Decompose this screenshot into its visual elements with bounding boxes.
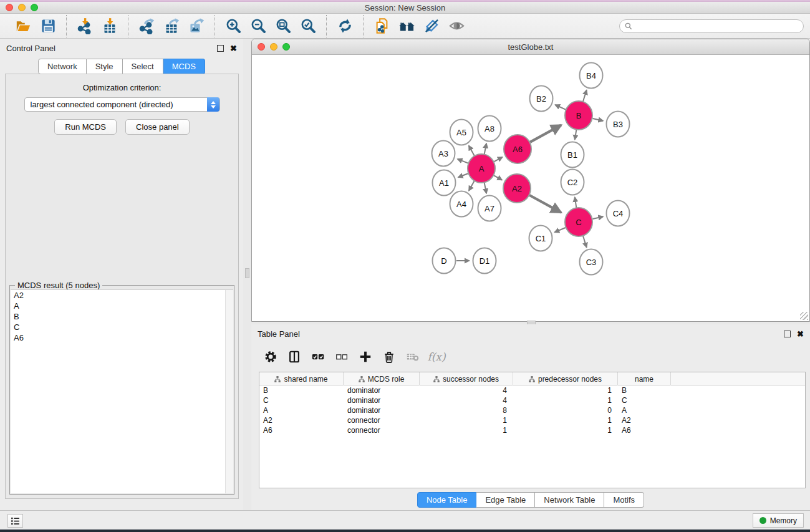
node-A8[interactable]: A8 [478, 116, 501, 142]
edge-A-A1[interactable] [458, 173, 468, 177]
node-B1[interactable]: B1 [561, 142, 584, 168]
node-A7[interactable]: A7 [478, 196, 501, 221]
node-A4[interactable]: A4 [450, 191, 473, 217]
scrollbar-track[interactable] [225, 290, 233, 493]
edge-C-C4[interactable] [593, 216, 604, 219]
column-header-shared-name[interactable]: shared name [259, 372, 344, 385]
node-B[interactable]: B [565, 101, 592, 130]
network-window-titlebar[interactable]: testGlobe.txt [252, 39, 809, 55]
mcds-result-item[interactable]: A6 [11, 332, 233, 343]
edge-C-C2[interactable] [575, 197, 577, 208]
tab-network[interactable]: Network [38, 59, 87, 74]
node-D[interactable]: D [433, 248, 456, 274]
node-D1[interactable]: D1 [473, 248, 496, 274]
edge-B-B4[interactable] [583, 90, 587, 102]
run-mcds-button[interactable]: Run MCDS [54, 119, 117, 135]
node-C4[interactable]: C4 [607, 201, 630, 226]
close-table-panel-icon[interactable]: ✖ [797, 331, 804, 337]
close-panel-icon[interactable]: ✖ [230, 45, 237, 52]
export-image-button[interactable] [184, 16, 209, 37]
export-network-button[interactable] [134, 16, 159, 37]
edge-A2-C[interactable] [529, 195, 561, 213]
edge-A-A4[interactable] [469, 181, 475, 191]
column-header-MCDS-role[interactable]: MCDS role [344, 372, 420, 385]
node-B2[interactable]: B2 [530, 86, 553, 112]
tab-select[interactable]: Select [123, 59, 163, 74]
node-B4[interactable]: B4 [580, 63, 603, 89]
mcds-result-item[interactable]: C [11, 322, 233, 332]
table-row[interactable]: A6connector11A6 [259, 425, 805, 435]
edge-A-A2[interactable] [494, 175, 502, 180]
node-C3[interactable]: C3 [580, 249, 603, 275]
column-header-successor-nodes[interactable]: successor nodes [420, 372, 513, 385]
tab-style[interactable]: Style [87, 59, 123, 74]
edge-A-A5[interactable] [469, 145, 475, 156]
node-C1[interactable]: C1 [529, 226, 552, 251]
save-session-button[interactable] [36, 16, 60, 37]
table-row[interactable]: A2connector11A2 [259, 415, 805, 425]
open-session-button[interactable] [11, 16, 36, 37]
add-column-button[interactable] [355, 346, 376, 367]
optimization-criterion-dropdown[interactable]: largest connected component (directed) [24, 97, 220, 112]
mcds-result-item[interactable]: B [11, 311, 233, 322]
node-B3[interactable]: B3 [607, 112, 630, 137]
edge-A-A8[interactable] [485, 143, 487, 155]
edge-A6-B[interactable] [530, 125, 561, 142]
zoom-out-button[interactable] [246, 16, 271, 37]
node-A2[interactable]: A2 [503, 174, 531, 203]
node-A5[interactable]: A5 [450, 120, 473, 145]
select-all-button[interactable] [307, 346, 329, 367]
network-document-button[interactable] [369, 16, 394, 37]
mcds-result-item[interactable]: A [11, 301, 233, 311]
network-canvas[interactable]: B4 B2 B B3 B1 A5 A8 A6 A3 A A1 A2 C2 [253, 55, 809, 321]
mcds-result-item[interactable]: A2 [11, 290, 233, 301]
task-history-button[interactable] [7, 514, 23, 528]
edge-B-B2[interactable] [555, 105, 566, 110]
node-A3[interactable]: A3 [432, 141, 455, 167]
import-network-button[interactable] [72, 16, 97, 37]
tab-motifs[interactable]: Motifs [604, 492, 644, 508]
float-table-panel-icon[interactable] [784, 331, 791, 337]
eye-button[interactable] [444, 16, 469, 37]
zoom-fit-button[interactable] [271, 16, 296, 37]
vertical-splitter[interactable] [243, 39, 251, 510]
column-header-name[interactable]: name [618, 372, 671, 385]
hide-annotations-button[interactable] [419, 16, 444, 37]
tab-network-table[interactable]: Network Table [535, 492, 604, 508]
node-A[interactable]: A [468, 154, 495, 183]
edge-A-A3[interactable] [458, 159, 468, 163]
table-row[interactable]: Cdominator41C [259, 395, 805, 405]
gear-button[interactable] [260, 346, 281, 367]
home-pair-button[interactable] [394, 16, 419, 37]
tab-edge-table[interactable]: Edge Table [476, 492, 535, 508]
node-A1[interactable]: A1 [433, 170, 456, 196]
edge-C-C3[interactable] [583, 236, 587, 248]
float-panel-icon[interactable] [217, 45, 224, 52]
edge-A-A6[interactable] [494, 157, 503, 162]
deselect-all-button[interactable] [331, 346, 352, 367]
node-C2[interactable]: C2 [561, 170, 584, 195]
export-table-button[interactable] [159, 16, 184, 37]
refresh-button[interactable] [332, 16, 357, 37]
search-input[interactable] [619, 19, 804, 33]
node-A6[interactable]: A6 [504, 135, 531, 163]
edge-C-C1[interactable] [554, 228, 565, 232]
node-C[interactable]: C [565, 208, 592, 236]
memory-button[interactable]: Memory [753, 513, 804, 528]
resize-grip-icon[interactable] [800, 312, 808, 320]
table-row[interactable]: Adominator80A [259, 405, 805, 415]
close-panel-button[interactable]: Close panel [125, 119, 190, 135]
zoom-selected-button[interactable] [296, 16, 321, 37]
columns-button[interactable] [284, 346, 305, 367]
main-titlebar[interactable]: Session: New Session [0, 2, 810, 14]
column-header-predecessor-nodes[interactable]: predecessor nodes [513, 372, 618, 385]
import-table-button[interactable] [97, 16, 122, 37]
tab-mcds[interactable]: MCDS [163, 59, 205, 74]
splitter-grip[interactable] [245, 268, 249, 278]
edge-B-B1[interactable] [575, 130, 577, 140]
edge-A-A7[interactable] [485, 183, 487, 194]
tab-node-table[interactable]: Node Table [417, 492, 477, 508]
edge-B-B3[interactable] [593, 118, 604, 121]
mcds-result-list[interactable]: A2ABCA6 [11, 289, 233, 493]
delete-button[interactable] [378, 346, 400, 367]
